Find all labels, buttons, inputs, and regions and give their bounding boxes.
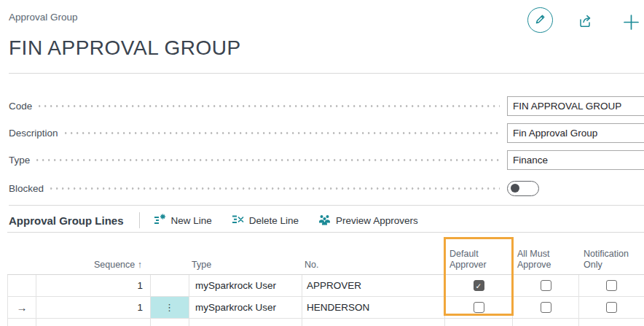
type-label: Type (9, 155, 30, 166)
default-approver-checkbox[interactable]: ✓ (474, 280, 484, 291)
type-cell[interactable]: mySparkrock User (189, 275, 302, 296)
type-input[interactable] (507, 150, 644, 170)
people-icon (318, 214, 331, 228)
field-code: Code (9, 96, 644, 116)
notification-only-checkbox[interactable] (606, 302, 617, 313)
sequence-cell[interactable]: 1 (36, 297, 151, 318)
pencil-icon (534, 12, 547, 28)
dotted-leader (39, 105, 500, 107)
new-line-button[interactable]: New Line (154, 214, 212, 228)
column-header-no[interactable]: No. (305, 260, 318, 271)
dotted-leader (36, 159, 500, 161)
share-button[interactable] (577, 12, 594, 33)
column-header-notification-only[interactable]: Notification Only (584, 249, 644, 271)
row-options-cell[interactable]: ⋮ (151, 297, 189, 318)
row-indicator-cell: → (7, 297, 36, 318)
default-approver-cell: ✓ (445, 275, 513, 296)
column-header-default-approver[interactable]: Default Approver (449, 249, 495, 271)
notification-only-checkbox[interactable] (606, 280, 617, 291)
delete-line-icon (232, 214, 244, 228)
all-must-approve-checkbox[interactable] (541, 302, 551, 313)
row-options-cell[interactable] (151, 275, 189, 296)
toolbar-separator (139, 212, 140, 228)
field-blocked: Blocked (9, 178, 644, 198)
lines-section-bar: Approval Group Lines New Line Delete Lin… (9, 211, 438, 230)
fields-divider (9, 205, 644, 206)
dotted-leader (65, 132, 500, 134)
notification-only-cell (579, 297, 644, 318)
ellipsis-icon: ⋮ (165, 302, 175, 313)
dotted-leader (50, 187, 500, 190)
table-row-current[interactable]: → 1 ⋮ mySparkrock User HENDERSON (7, 297, 644, 319)
sequence-cell[interactable]: 1 (36, 275, 151, 296)
no-cell[interactable]: HENDERSON (302, 297, 445, 318)
column-header-all-must-approve[interactable]: All Must Approve (517, 249, 564, 271)
delete-line-button[interactable]: Delete Line (232, 214, 299, 228)
breadcrumb[interactable]: Approval Group (9, 12, 78, 23)
code-input[interactable] (507, 96, 644, 116)
delete-line-label: Delete Line (249, 215, 299, 226)
share-icon (577, 20, 594, 32)
preview-approvers-button[interactable]: Preview Approvers (318, 214, 418, 228)
blocked-label: Blocked (9, 183, 44, 194)
current-row-arrow-icon: → (17, 301, 28, 314)
description-label: Description (9, 128, 58, 139)
sort-ascending-icon: ↑ (138, 260, 142, 270)
all-must-approve-cell (513, 275, 579, 296)
blocked-toggle[interactable] (507, 181, 539, 196)
preview-approvers-label: Preview Approvers (336, 215, 418, 226)
field-description: Description (9, 123, 644, 143)
all-must-approve-checkbox[interactable] (541, 280, 551, 291)
all-must-approve-cell (513, 297, 579, 318)
default-approver-checkbox[interactable] (474, 302, 484, 313)
approval-group-lines-table: 1 mySparkrock User APPROVER ✓ → 1 ⋮ mySp… (7, 274, 644, 326)
column-header-sequence[interactable]: Sequence ↑ (36, 260, 142, 271)
edit-button[interactable] (527, 7, 553, 33)
column-header-type[interactable]: Type (192, 260, 211, 271)
page-title: FIN APPROVAL GROUP (9, 36, 241, 60)
toggle-knob (511, 184, 519, 193)
table-row[interactable]: 1 mySparkrock User APPROVER ✓ (7, 275, 644, 297)
new-button[interactable] (621, 12, 641, 35)
notification-only-cell (579, 275, 644, 296)
no-cell[interactable]: APPROVER (302, 275, 445, 296)
row-indicator-cell (7, 275, 36, 296)
table-row-empty[interactable] (7, 319, 644, 326)
code-label: Code (9, 101, 32, 112)
default-approver-cell (445, 297, 513, 318)
lines-section-title: Approval Group Lines (9, 214, 124, 227)
toolbar-divider (7, 232, 644, 233)
description-input[interactable] (507, 123, 644, 143)
header-divider (9, 73, 644, 74)
new-line-label: New Line (171, 215, 212, 226)
new-line-icon (154, 214, 166, 228)
type-cell[interactable]: mySparkrock User (189, 297, 302, 318)
field-type: Type (9, 150, 644, 170)
plus-icon (621, 22, 641, 34)
